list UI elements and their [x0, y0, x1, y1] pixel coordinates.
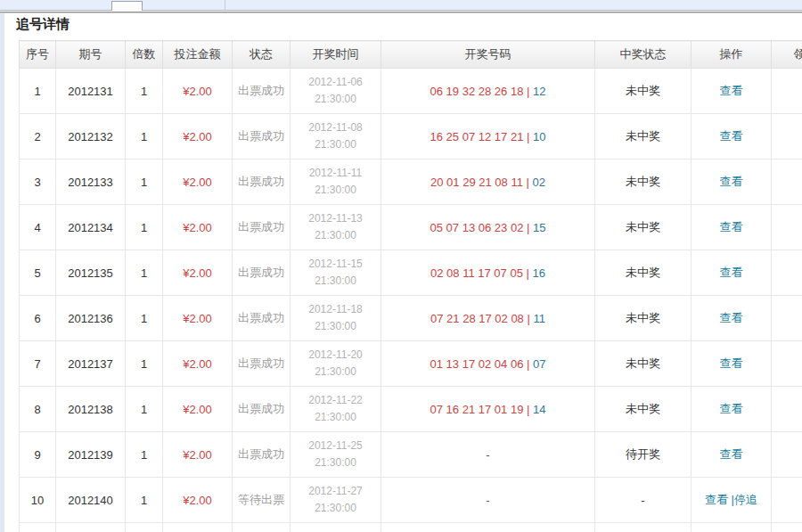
draw-date-text: 2012-11-22 [291, 392, 381, 409]
draw-date-text: 2012-11-25 [291, 438, 381, 454]
cell-draw-time: 2012-11-1321:30:00 [291, 205, 381, 250]
cell-amount: ¥2.00 [163, 205, 233, 250]
cell-issue: 2012134 [56, 205, 126, 250]
blue-ball-number: 10 [529, 130, 545, 143]
cell-multiple: 1 [126, 114, 163, 160]
page: 追号详情 序号期号倍数投注金额状态开奖时间开奖号码中奖状态操作领奖 120121… [0, 0, 802, 532]
cell-issue: 2012137 [56, 341, 126, 387]
view-link[interactable]: 查看 [705, 493, 728, 506]
blue-ball-number: 12 [529, 85, 545, 98]
cell-amount: ¥2.00 [163, 432, 233, 478]
draw-date-text: 2012-11-11 [291, 165, 381, 182]
cell-draw-time: 2012-11-1521:30:00 [291, 250, 381, 296]
view-link[interactable]: 查看 [720, 84, 743, 97]
table-row: 620121361¥2.00出票成功2012-11-1821:30:0007 2… [20, 296, 802, 341]
cell-draw-numbers: 06 19 32 28 26 18 | 12 [381, 69, 595, 114]
cell-index: 6 [20, 296, 56, 341]
cell-win-status: 未中奖 [595, 205, 692, 250]
column-header-issue: 期号 [56, 41, 126, 69]
cell-actions: 查看 [692, 387, 772, 432]
cell-issue: 2012135 [56, 250, 126, 296]
cell-index: 9 [20, 432, 56, 478]
cell-index: 1 [20, 69, 56, 114]
blue-ball-number: 02 [529, 176, 545, 189]
cell-index: 10 [20, 478, 56, 523]
cell-status: 出票成功 [233, 296, 291, 341]
cell-draw-time: 2012-11-0821:30:00 [291, 114, 381, 160]
cell-actions: 查看 |停追 [692, 478, 772, 523]
cell-issue: 2012132 [56, 114, 126, 160]
draw-time-text: 21:30:00 [291, 136, 381, 153]
empty-cell [126, 523, 163, 532]
view-link[interactable]: 查看 [720, 356, 743, 370]
cell-draw-numbers: 16 25 07 12 17 21 | 10 [381, 114, 595, 160]
cell-claim [772, 341, 802, 387]
cell-draw-numbers: 02 08 11 17 07 05 | 16 [381, 250, 595, 296]
stop-chase-link[interactable]: 停追 [734, 493, 757, 506]
column-header-action: 操作 [692, 41, 772, 69]
cell-draw-time: 2012-11-2721:30:00 [291, 478, 381, 523]
cell-draw-numbers: 07 21 28 17 02 08 | 11 [381, 296, 595, 341]
column-header-amount: 投注金额 [163, 41, 233, 69]
cell-multiple: 1 [126, 69, 163, 114]
draw-time-text: 21:30:00 [291, 91, 381, 108]
cell-draw-time: 2012-11-0621:30:00 [291, 69, 381, 114]
column-header-status: 状态 [233, 41, 291, 69]
table-row: 720121371¥2.00出票成功2012-11-2021:30:0001 1… [20, 341, 802, 387]
empty-cell [20, 523, 56, 532]
empty-cell [381, 523, 595, 532]
draw-time-text: 21:30:00 [291, 273, 381, 290]
red-ball-numbers: 05 07 13 06 23 02 [430, 221, 527, 234]
red-ball-numbers: 16 25 07 12 17 21 [430, 130, 527, 143]
action-separator: | [728, 493, 734, 506]
view-link[interactable]: 查看 [720, 447, 743, 461]
cell-claim [772, 296, 802, 341]
cell-draw-numbers: 20 01 29 21 08 11 | 02 [381, 160, 595, 205]
red-ball-numbers: 07 16 21 17 01 19 [430, 403, 527, 416]
cell-multiple: 1 [126, 250, 163, 296]
cell-index: 4 [20, 205, 56, 250]
draw-date-text: 2012-11-27 [291, 483, 381, 500]
cell-actions: 查看 [692, 432, 772, 478]
view-link[interactable]: 查看 [720, 220, 743, 233]
cell-actions: 查看 [692, 205, 772, 250]
cell-index: 7 [20, 341, 56, 387]
cell-status: 出票成功 [233, 205, 291, 250]
cell-issue: 2012131 [56, 69, 126, 114]
view-link[interactable]: 查看 [720, 129, 743, 143]
table-row: 1020121401¥2.00等待出票2012-11-2721:30:00--查… [20, 478, 802, 523]
page-title: 追号详情 [16, 16, 802, 32]
cell-win-status: 未中奖 [595, 387, 692, 432]
empty-cell [291, 523, 381, 532]
empty-cell [772, 523, 802, 532]
cell-actions: 查看 [692, 341, 772, 387]
cell-win-status: - [595, 478, 692, 523]
draw-numbers-placeholder: - [486, 494, 489, 507]
cell-draw-time: 2012-11-1821:30:00 [291, 296, 381, 341]
cell-multiple: 1 [126, 478, 163, 523]
view-link[interactable]: 查看 [720, 311, 743, 324]
cell-issue: 2012138 [56, 387, 126, 432]
cell-claim [772, 205, 802, 250]
red-ball-numbers: 06 19 32 28 26 18 [430, 85, 527, 98]
draw-date-text: 2012-11-08 [291, 119, 381, 136]
red-ball-numbers: 02 08 11 17 07 05 [430, 266, 526, 280]
view-link[interactable]: 查看 [720, 402, 743, 415]
cell-draw-time: 2012-11-1121:30:00 [291, 160, 381, 205]
view-link[interactable]: 查看 [720, 175, 743, 188]
cell-status: 出票成功 [233, 69, 291, 114]
draw-time-text: 21:30:00 [291, 500, 381, 517]
draw-time-text: 21:30:00 [291, 227, 381, 244]
view-link[interactable]: 查看 [720, 266, 743, 279]
cell-draw-numbers: 01 13 17 02 04 06 | 07 [381, 341, 595, 387]
draw-time-text: 21:30:00 [291, 182, 381, 199]
draw-date-text: 2012-11-20 [291, 347, 381, 364]
red-ball-numbers: 01 13 17 02 04 06 [430, 357, 527, 371]
cell-claim [772, 432, 802, 478]
draw-date-text: 2012-11-18 [291, 301, 381, 318]
cell-win-status: 未中奖 [595, 160, 692, 205]
empty-cell [56, 523, 126, 532]
cell-multiple: 1 [126, 205, 163, 250]
left-edge-strip [0, 13, 4, 532]
cell-claim [772, 69, 802, 114]
